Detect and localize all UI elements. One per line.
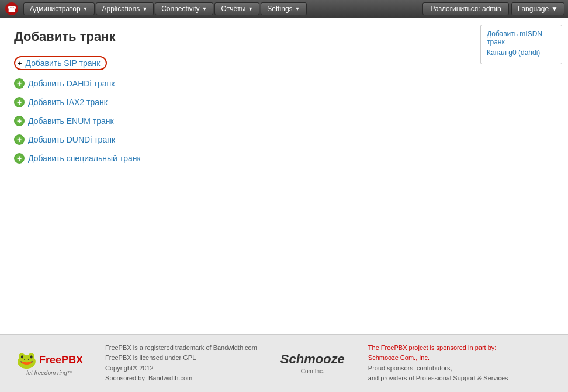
language-button[interactable]: Language ▼ [511,2,564,15]
sidebar-dahdi-g0-link[interactable]: Канал g0 (dahdi) [487,48,556,57]
footer-freepbx-label: FreePBX [39,354,83,366]
sidebar-right: Добавить mISDN транк Канал g0 (dahdi) [475,18,568,334]
main-wrapper: Добавить транк + Добавить SIP транк + До… [0,18,568,334]
frog-logo-icon: 🐸 [16,351,37,370]
footer-logo-top: 🐸 FreePBX [16,351,83,370]
add-special-trunk-link[interactable]: + Добавить специальный транк [14,153,460,164]
nav-connectivity-button[interactable]: Connectivity ▼ [155,2,213,15]
sidebar-box: Добавить mISDN транк Канал g0 (dahdi) [480,25,562,64]
chevron-down-icon: ▼ [142,6,147,12]
chevron-down-icon: ▼ [551,5,558,13]
nav-applications-button[interactable]: Applications ▼ [96,2,154,15]
footer-schmooze-info: The FreePBX project is sponsored in part… [368,343,508,384]
add-iax2-trunk-link[interactable]: + Добавить IAX2 транк [14,97,460,107]
schmooze-sub: Com Inc. [301,368,324,374]
nav-admin-button[interactable]: Администратор ▼ [23,2,95,15]
freepbx-logo-icon: ☎ [4,2,20,16]
add-dahdi-trunk-link[interactable]: + Добавить DAHDi транк [14,78,460,89]
chevron-down-icon: ▼ [202,6,207,12]
footer-schmooze: Schmooze Com Inc. [275,352,351,374]
add-enum-trunk-link[interactable]: + Добавить ENUM транк [14,116,460,126]
page-title: Добавить транк [14,29,460,44]
sidebar-misdn-link[interactable]: Добавить mISDN транк [487,30,556,46]
plus-icon: + [14,78,25,89]
nav-reports-button[interactable]: Отчёты ▼ [214,2,259,15]
chevron-down-icon: ▼ [295,6,300,12]
plus-icon: + [14,97,25,107]
plus-icon: + [14,134,25,145]
add-sip-link-label: Добавить SIP транк [26,58,101,68]
plus-icon: + [14,153,25,164]
chevron-down-icon: ▼ [248,6,253,12]
footer-tagline: let freedom ring™ [26,370,72,376]
plus-icon: + [18,59,22,68]
plus-icon: + [14,116,25,126]
schmooze-logo: Schmooze [280,352,345,367]
nav-settings-button[interactable]: Settings ▼ [261,2,306,15]
footer-logo-section: 🐸 FreePBX let freedom ring™ [12,351,88,376]
logout-button[interactable]: Разлогиниться: admin [422,2,508,15]
navbar: ☎ Администратор ▼ Applications ▼ Connect… [0,0,568,18]
footer: 🐸 FreePBX let freedom ring™ FreePBX is a… [0,334,568,392]
svg-text:☎: ☎ [7,5,16,13]
footer-info: FreePBX is a registered trademark of Ban… [105,343,257,384]
content-area: Добавить транк + Добавить SIP транк + До… [0,18,475,334]
chevron-down-icon: ▼ [83,6,88,12]
add-dundi-trunk-link[interactable]: + Добавить DUNDi транк [14,134,460,145]
add-sip-trunk-highlighted[interactable]: + Добавить SIP транк [14,56,107,70]
